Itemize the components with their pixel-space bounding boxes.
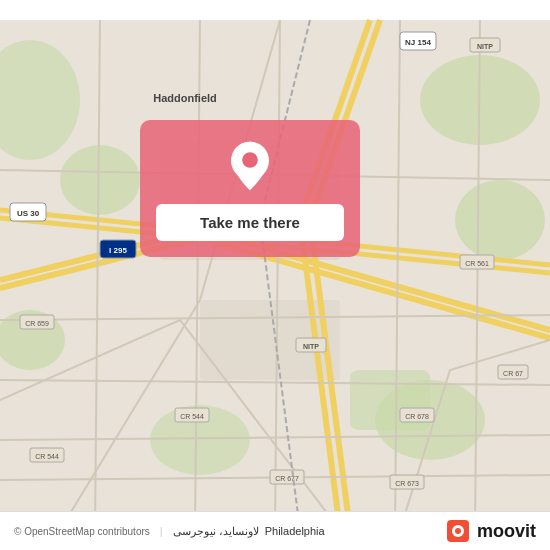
svg-text:CR 678: CR 678 [405,413,429,420]
pin-icon [224,140,276,192]
map-container: US 30 I 295 NJ 154 NITP NITP CR 659 CR 5… [0,0,550,550]
svg-text:NITP: NITP [303,343,319,350]
location-card: Take me there [140,120,360,257]
svg-text:CR 677: CR 677 [275,475,299,482]
bottom-bar: © OpenStreetMap contributors | لاونساید،… [0,511,550,550]
moovit-logo-icon [447,520,469,542]
svg-text:CR 544: CR 544 [180,413,204,420]
svg-text:I 295: I 295 [109,246,127,255]
svg-text:CR 659: CR 659 [25,320,49,327]
svg-text:CR 544: CR 544 [35,453,59,460]
svg-text:CR 673: CR 673 [395,480,419,487]
bottom-left-info: © OpenStreetMap contributors | لاونساید،… [14,525,325,538]
svg-point-49 [242,152,258,168]
city-text: Philadelphia [265,525,325,537]
svg-text:NITP: NITP [477,43,493,50]
svg-point-4 [60,145,140,215]
attribution-text: © OpenStreetMap contributors [14,526,150,537]
svg-point-52 [455,528,461,534]
svg-point-2 [455,180,545,260]
location-text: لاونساید، نیوجرسی [173,525,259,538]
svg-text:US 30: US 30 [17,209,40,218]
svg-text:CR 561: CR 561 [465,260,489,267]
moovit-logo: moovit [447,520,536,542]
moovit-brand-text: moovit [477,521,536,542]
svg-text:Haddonfield: Haddonfield [153,92,217,104]
svg-text:CR 67: CR 67 [503,370,523,377]
svg-text:NJ 154: NJ 154 [405,38,431,47]
map-svg: US 30 I 295 NJ 154 NITP NITP CR 659 CR 5… [0,0,550,550]
take-me-there-button[interactable]: Take me there [156,204,344,241]
